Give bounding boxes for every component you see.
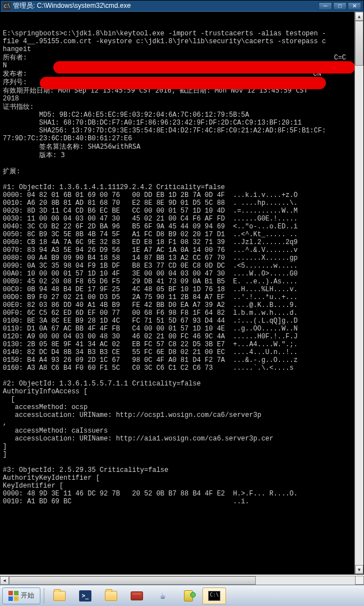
md5: MD5: 9B:C2:A6:E5:EC:9E:03:92:04:6A:7C:06… (3, 111, 249, 119)
serial-label: 序列号: (3, 78, 27, 86)
aia: accessMethod: caIssuers (3, 427, 108, 435)
aia: accessLocation: URIName: http://ocsp1.wo… (3, 411, 261, 419)
hex: 00F0: 6C C5 62 ED 6D EF 00 77 00 68 F6 9… (3, 309, 298, 317)
hex: 0040: 3C C0 B2 22 6F 2D BA 96 B5 6F 9A 4… (3, 223, 298, 231)
issuer-label: 发布者: (3, 70, 27, 77)
cmd-icon: C:\ (208, 589, 221, 603)
hex: 0120: A9 00 00 04 03 00 48 30 46 02 21 0… (3, 333, 298, 341)
hex: 00E0: 82 03 86 DD 40 A1 4B B9 FE 42 BB D… (3, 301, 298, 309)
taskbar-explorer-1[interactable] (48, 587, 71, 604)
scroll-down-button[interactable]: ▼ (355, 565, 363, 574)
hex: 00D0: B9 F0 27 02 21 00 D3 D5 2A 75 90 1… (3, 293, 298, 301)
out: 2018 (3, 95, 19, 103)
aia: accessMethod: ocsp (3, 403, 87, 411)
sha1: SHA1: 68:70:DB:DC:F7:A0:1F:86:96:23:42:9… (3, 119, 302, 127)
taskbar-separator (44, 588, 44, 604)
console-output[interactable]: E:\springboots>c:\jdk1.8\bin\keytool.exe… (1, 12, 363, 574)
sha256: SHA256: 13:79:7D:C9:3E:35:54:8E:D4:D2:7F… (3, 127, 326, 135)
hex: 0140: 82 DC D4 8B 34 B3 B3 CE 55 FC 6E D… (3, 348, 298, 356)
scroll-track-h[interactable] (9, 576, 355, 585)
scroll-thumb-v[interactable] (355, 21, 363, 66)
aia: , (3, 419, 7, 427)
hex: 0030: 11 00 00 04 03 00 47 30 45 02 21 0… (3, 215, 298, 223)
scroll-up-button[interactable]: ▲ (355, 12, 363, 21)
hex: 0080: 00 A4 B9 09 90 B4 18 58 14 87 BB 1… (3, 254, 298, 262)
hex: 0020: 8D 3D 11 C4 CD B6 EC BE CC 00 00 0… (3, 207, 298, 215)
scroll-left-button[interactable]: ◀ (0, 576, 9, 585)
ext1-header: #1: ObjectId: 1.3.6.1.4.1.11129.2.4.2 Cr… (3, 183, 225, 191)
hex: 00C0: 0B 94 48 B4 DE 17 9F 25 4C 48 05 B… (3, 286, 298, 293)
scrollbar-corner (355, 576, 364, 585)
hex: 0110: D1 0A 67 AC BB 4F 4F FB C4 00 00 0… (3, 325, 298, 333)
aia: ] (3, 451, 7, 458)
extensions-label: 扩展: (3, 167, 20, 175)
hex: 0000: 04 82 01 6B 01 69 00 76 00 DD EB 1… (3, 191, 298, 199)
redaction-owner (53, 61, 355, 74)
redaction-issuer (40, 77, 326, 89)
fingerprint-label: 证书指纹: (3, 103, 34, 111)
horizontal-scrollbar[interactable]: ◀ ▶ (0, 576, 364, 585)
aki: KeyIdentifier [ (3, 482, 63, 490)
ext3-header: #3: ObjectId: 2.5.29.35 Criticality=fals… (3, 466, 168, 474)
taskbar-services[interactable] (177, 587, 200, 604)
sha256: 77:9D:7C:23:6C:DB:40:B0:61:27:E6 (3, 135, 132, 143)
aki: 0000: 48 9D 3E 11 46 DC 92 7B 20 52 0B B… (3, 490, 298, 498)
services-icon (182, 589, 195, 603)
hex: 0130: 2B 05 8E 9F 41 34 AC 02 EB FC 57 C… (3, 341, 298, 348)
aki: 0010: A1 BD 69 BC ..i. (3, 498, 249, 506)
hex: 0160: A3 A8 C6 B4 F0 60 F1 5C C0 3C C6 C… (3, 364, 293, 372)
owner-label: 所有者: (3, 53, 27, 61)
out: hangeit (3, 45, 31, 53)
hex: 0100: BE 3A 8C EE B9 28 1D 4C FC 71 51 5… (3, 317, 298, 325)
hex: 0060: CB 18 4A 7A 6C 9E 32 83 ED E8 18 F… (3, 238, 298, 246)
maximize-button[interactable]: □ (333, 2, 347, 10)
aki: AuthorityKeyIdentifier [ (3, 474, 100, 482)
ext2-header: #2: ObjectId: 1.3.6.1.5.5.7.1.1 Critical… (3, 380, 201, 388)
hex: 0050: 8C B9 3C 5E 8B 4B 74 5F A1 FC D8 B… (3, 231, 298, 238)
taskbar-cmd-active[interactable]: C:\ (202, 587, 226, 604)
scroll-track-v[interactable] (355, 21, 363, 565)
out: N (3, 62, 7, 70)
hex: 00B0: 45 02 20 08 F8 65 D6 F5 29 DB 41 7… (3, 278, 298, 286)
window-title: 管理员: C:\Windows\system32\cmd.exe (13, 1, 131, 11)
start-button[interactable]: 开始 (2, 587, 40, 604)
toolbox-icon (130, 589, 144, 603)
out: C=C (330, 54, 346, 62)
minimize-button[interactable]: ─ (319, 2, 332, 10)
hex: 0070: 83 94 A3 5E 94 26 D9 56 1E A7 AC 1… (3, 246, 298, 254)
titlebar[interactable]: c:\ 管理员: C:\Windows\system32\cmd.exe ─ □… (1, 1, 363, 12)
taskbar: 开始 >_ ☕ C:\ (0, 585, 364, 606)
start-label: 开始 (21, 591, 34, 600)
close-button[interactable]: ✕ (348, 2, 361, 10)
aia: accessLocation: URIName: http://aia1.wos… (3, 435, 273, 443)
vertical-scrollbar[interactable]: ▲ ▼ (354, 12, 363, 574)
java-icon: ☕ (156, 589, 169, 603)
aia: AuthorityInfoAccess [ (3, 388, 87, 396)
hex: 0090: 0A 3C 35 98 04 F9 1B DF B8 E3 77 C… (3, 262, 298, 270)
folder-icon (53, 589, 66, 603)
out: E:\springboots>c:\jdk1.8\bin\keytool.exe… (3, 30, 326, 38)
scroll-thumb-h[interactable] (9, 576, 256, 585)
aia: [ (3, 396, 15, 403)
taskbar-explorer-2[interactable] (99, 587, 123, 604)
version: 版本: 3 (3, 151, 65, 159)
hex: 0010: A6 20 8B 81 AD 81 68 70 E2 8E 8E 9… (3, 199, 298, 207)
taskbar-powershell[interactable]: >_ (73, 587, 97, 604)
hex: 0150: B4 A4 93 26 09 2D 1C 67 98 0C 4F A… (3, 356, 298, 364)
sig-alg: 签名算法名称: SHA256withRSA (3, 143, 140, 150)
taskbar-java[interactable]: ☕ (151, 587, 174, 604)
hex: 00A0: 10 00 00 01 57 1D 10 4F 3E 00 00 0… (3, 270, 298, 278)
cmd-window: c:\ 管理员: C:\Windows\system32\cmd.exe ─ □… (0, 0, 364, 575)
aia: ] (3, 443, 7, 451)
cmd-title-icon: c:\ (3, 2, 11, 10)
powershell-icon: >_ (79, 589, 92, 603)
windows-logo-icon (8, 591, 19, 601)
folder-icon (104, 589, 118, 603)
taskbar-toolbox[interactable] (125, 587, 149, 604)
out: file 4__.95155.com.crt -keystore c:\jdk1… (3, 38, 326, 45)
